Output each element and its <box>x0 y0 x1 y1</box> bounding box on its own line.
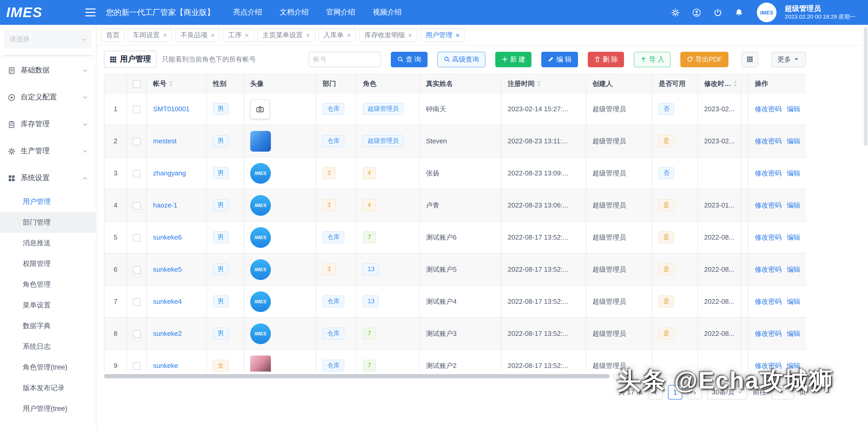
operation-link[interactable]: 修改密码 <box>755 201 782 209</box>
close-icon[interactable]: × <box>306 31 310 38</box>
more-button[interactable]: 更多 <box>771 52 806 67</box>
column-header-mod[interactable]: 修改时… <box>698 74 741 93</box>
operation-link[interactable]: 编辑 <box>787 137 800 145</box>
export-icon <box>686 56 693 63</box>
profile-icon[interactable] <box>692 8 701 17</box>
operation-link[interactable]: 编辑 <box>787 297 800 305</box>
row-checkbox[interactable] <box>133 330 141 338</box>
close-icon[interactable]: × <box>245 31 249 38</box>
operation-link[interactable]: 修改密码 <box>755 105 782 113</box>
tab[interactable]: 主页菜单设置× <box>257 28 315 42</box>
column-header-reg[interactable]: 注册时间 <box>501 74 586 93</box>
sidebar-subitem[interactable]: 角色管理(tree) <box>0 357 96 378</box>
row-checkbox[interactable] <box>133 105 141 113</box>
sidebar-subitem[interactable]: 系统日志 <box>0 336 96 357</box>
operation-link[interactable]: 编辑 <box>787 233 800 241</box>
operation-link[interactable]: 编辑 <box>787 265 800 273</box>
cell-gutter <box>741 125 748 157</box>
logout-icon[interactable] <box>713 8 722 17</box>
select-all-checkbox[interactable] <box>133 80 141 88</box>
row-checkbox[interactable] <box>133 234 141 241</box>
sort-icon[interactable] <box>733 80 738 87</box>
sort-icon[interactable] <box>168 80 173 87</box>
tab[interactable]: 入库单× <box>318 28 356 42</box>
sidebar-subitem[interactable]: 用户管理 <box>0 192 96 212</box>
button-label: 编 辑 <box>556 55 571 64</box>
operation-link[interactable]: 编辑 <box>787 201 800 209</box>
close-icon[interactable]: × <box>456 31 460 38</box>
cell-creator: 超级管理员 <box>586 157 652 189</box>
column-header-account[interactable]: 帐号 <box>147 74 207 93</box>
operation-link[interactable]: 编辑 <box>787 105 800 113</box>
operation-link[interactable]: 修改密码 <box>755 265 782 273</box>
tab[interactable]: 不良品项× <box>175 28 220 42</box>
account-link[interactable]: mestest <box>153 137 177 145</box>
close-icon[interactable]: × <box>210 31 215 38</box>
menu-select[interactable]: 请选择 <box>4 30 92 49</box>
operation-link[interactable]: 编辑 <box>787 169 800 177</box>
edit-button[interactable]: 编 辑 <box>541 52 578 67</box>
account-link[interactable]: sunkeke4 <box>153 297 182 305</box>
import-button[interactable]: 导 入 <box>634 52 671 67</box>
nav-link[interactable]: 文档介绍 <box>280 8 309 17</box>
menu-collapse-icon[interactable] <box>85 8 96 17</box>
sidebar-item[interactable]: 自定义配置 <box>0 84 96 111</box>
vertical-scrollbar[interactable] <box>864 27 867 420</box>
sidebar-subitem[interactable]: 菜单设置 <box>0 295 96 316</box>
account-search-input[interactable] <box>309 52 381 67</box>
create-button[interactable]: 新 建 <box>495 52 531 67</box>
sidebar-item[interactable]: 生产管理 <box>0 138 96 165</box>
operation-link[interactable]: 修改密码 <box>755 137 782 145</box>
export-pdf-button[interactable]: 导出PDF <box>680 52 728 67</box>
tab[interactable]: 用户管理× <box>420 28 465 42</box>
account-link[interactable]: SMT010001 <box>153 105 190 113</box>
sidebar-item[interactable]: 系统设置 <box>0 165 96 192</box>
row-checkbox[interactable] <box>133 202 141 209</box>
tab[interactable]: 车间设置× <box>128 28 172 42</box>
tab[interactable]: 首页 <box>101 28 125 42</box>
operation-link[interactable]: 修改密码 <box>755 169 782 177</box>
account-link[interactable]: sunkeke2 <box>153 330 182 337</box>
sidebar-item[interactable]: 库存管理 <box>0 111 96 138</box>
user-avatar[interactable]: IMES <box>757 3 776 22</box>
notifications-icon[interactable] <box>735 8 743 17</box>
query-button[interactable]: 查 询 <box>391 52 427 67</box>
operation-link[interactable]: 修改密码 <box>755 297 782 305</box>
row-checkbox[interactable] <box>133 362 141 370</box>
tab[interactable]: 库存收发明细× <box>359 28 417 42</box>
close-icon[interactable]: × <box>347 31 351 38</box>
sidebar-item[interactable]: 基础数据 <box>0 57 96 84</box>
settings-icon[interactable] <box>671 8 680 17</box>
nav-link[interactable]: 亮点介绍 <box>233 8 262 17</box>
scrollbar-thumb[interactable] <box>864 27 867 146</box>
delete-button[interactable]: 删 除 <box>588 52 624 67</box>
row-checkbox[interactable] <box>133 137 141 145</box>
account-link[interactable]: zhangyang <box>153 169 186 177</box>
row-checkbox[interactable] <box>133 298 141 306</box>
tab[interactable]: 工序× <box>223 28 254 42</box>
sidebar-subitem[interactable]: 数据字典 <box>0 316 96 336</box>
row-checkbox[interactable] <box>133 170 141 177</box>
sidebar-subitem[interactable]: 权限管理 <box>0 254 96 274</box>
operation-link[interactable]: 修改密码 <box>755 233 782 241</box>
sidebar-subitem[interactable]: 角色管理 <box>0 274 96 295</box>
account-link[interactable]: haoze-1 <box>153 201 177 209</box>
account-link[interactable]: sunkeke6 <box>153 233 182 241</box>
close-icon[interactable]: × <box>408 31 412 38</box>
sidebar-subitem[interactable]: 部门管理 <box>0 212 96 233</box>
account-link[interactable]: sunkeke5 <box>153 265 182 273</box>
sort-icon[interactable] <box>537 80 541 87</box>
close-icon[interactable]: × <box>163 31 167 38</box>
operation-link[interactable]: 编辑 <box>787 330 800 337</box>
nav-link[interactable]: 视频介绍 <box>373 8 402 17</box>
nav-link[interactable]: 官网介绍 <box>326 8 355 17</box>
sidebar-subitem[interactable]: 版本发布记录 <box>0 378 96 398</box>
account-link[interactable]: sunkeke <box>153 362 178 370</box>
columns-button[interactable] <box>741 52 758 67</box>
sidebar-subitem[interactable]: 消息推送 <box>0 233 96 254</box>
operation-link[interactable]: 修改密码 <box>755 330 782 337</box>
sidebar-subitem[interactable]: 用户管理(tree) <box>0 398 96 419</box>
row-checkbox[interactable] <box>133 266 141 274</box>
advanced-query-button[interactable]: 高级查询 <box>437 52 485 67</box>
scrollbar-thumb[interactable] <box>104 374 610 378</box>
